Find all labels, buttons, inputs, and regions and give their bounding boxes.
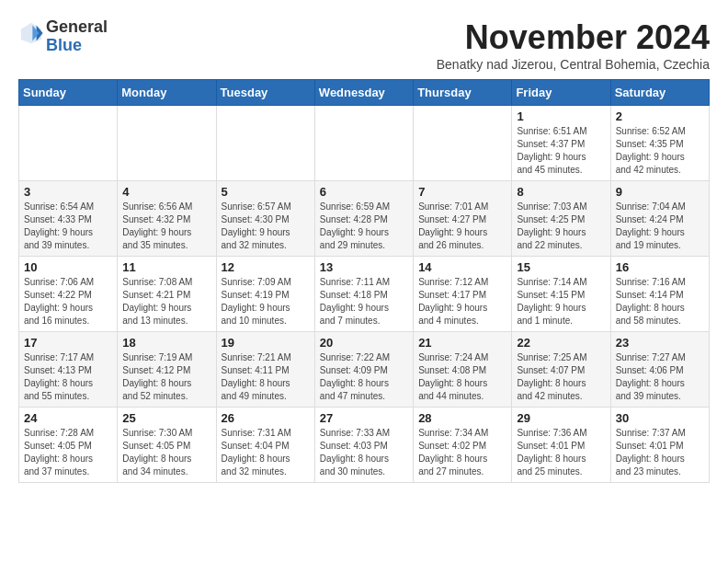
calendar-cell: 15Sunrise: 7:14 AM Sunset: 4:15 PM Dayli… [512,257,610,332]
day-info: Sunrise: 7:28 AM Sunset: 4:05 PM Dayligh… [24,427,112,478]
calendar-cell [314,106,413,181]
day-number: 1 [517,109,605,123]
day-number: 19 [222,336,310,350]
calendar-cell: 1Sunrise: 6:51 AM Sunset: 4:37 PM Daylig… [512,106,610,181]
calendar-cell: 28Sunrise: 7:34 AM Sunset: 4:02 PM Dayli… [414,408,512,483]
day-number: 17 [24,336,112,350]
calendar-cell [414,106,512,181]
day-number: 3 [24,185,112,199]
calendar-cell: 13Sunrise: 7:11 AM Sunset: 4:18 PM Dayli… [314,257,413,332]
calendar-cell [216,106,314,181]
calendar-cell: 8Sunrise: 7:03 AM Sunset: 4:25 PM Daylig… [512,181,610,257]
calendar-cell: 10Sunrise: 7:06 AM Sunset: 4:22 PM Dayli… [19,257,118,332]
column-header-wednesday: Wednesday [314,80,413,106]
day-info: Sunrise: 6:56 AM Sunset: 4:32 PM Dayligh… [122,201,210,252]
calendar-cell: 11Sunrise: 7:08 AM Sunset: 4:21 PM Dayli… [118,257,216,332]
day-number: 16 [616,260,704,274]
page-header: General Blue November 2024 Benatky nad J… [18,18,710,72]
column-header-saturday: Saturday [610,80,709,106]
calendar-cell: 20Sunrise: 7:22 AM Sunset: 4:09 PM Dayli… [314,332,413,408]
day-info: Sunrise: 7:14 AM Sunset: 4:15 PM Dayligh… [517,276,605,327]
calendar-cell: 9Sunrise: 7:04 AM Sunset: 4:24 PM Daylig… [610,181,709,257]
calendar-cell: 17Sunrise: 7:17 AM Sunset: 4:13 PM Dayli… [19,332,118,408]
calendar-week-4: 17Sunrise: 7:17 AM Sunset: 4:13 PM Dayli… [19,332,710,408]
calendar-cell [118,106,216,181]
column-header-sunday: Sunday [19,80,118,106]
day-info: Sunrise: 6:57 AM Sunset: 4:30 PM Dayligh… [222,201,310,252]
day-info: Sunrise: 7:11 AM Sunset: 4:18 PM Dayligh… [320,276,408,327]
logo-general-text: General [46,18,108,37]
day-number: 27 [320,411,408,425]
calendar-cell: 30Sunrise: 7:37 AM Sunset: 4:01 PM Dayli… [610,408,709,483]
day-info: Sunrise: 7:22 AM Sunset: 4:09 PM Dayligh… [320,351,408,403]
calendar-cell: 26Sunrise: 7:31 AM Sunset: 4:04 PM Dayli… [216,408,314,483]
day-info: Sunrise: 7:33 AM Sunset: 4:03 PM Dayligh… [320,427,408,478]
calendar-cell: 22Sunrise: 7:25 AM Sunset: 4:07 PM Dayli… [512,332,610,408]
day-info: Sunrise: 7:30 AM Sunset: 4:05 PM Dayligh… [122,427,210,478]
day-info: Sunrise: 7:21 AM Sunset: 4:11 PM Dayligh… [222,351,310,403]
day-number: 2 [616,109,704,123]
logo-icon [18,20,44,46]
day-info: Sunrise: 6:51 AM Sunset: 4:37 PM Dayligh… [517,125,605,177]
calendar-cell: 24Sunrise: 7:28 AM Sunset: 4:05 PM Dayli… [19,408,118,483]
calendar-table: SundayMondayTuesdayWednesdayThursdayFrid… [18,79,710,483]
day-number: 10 [24,260,112,274]
day-info: Sunrise: 7:27 AM Sunset: 4:06 PM Dayligh… [616,351,704,403]
day-number: 23 [616,336,704,350]
day-info: Sunrise: 7:34 AM Sunset: 4:02 PM Dayligh… [418,427,506,478]
day-info: Sunrise: 6:59 AM Sunset: 4:28 PM Dayligh… [320,201,408,252]
logo-blue-text: Blue [46,37,108,55]
day-number: 12 [222,260,310,274]
day-number: 14 [418,260,506,274]
day-number: 22 [517,336,605,350]
day-number: 26 [222,411,310,425]
day-info: Sunrise: 7:19 AM Sunset: 4:12 PM Dayligh… [122,351,210,403]
day-info: Sunrise: 7:01 AM Sunset: 4:27 PM Dayligh… [418,201,506,252]
day-number: 15 [517,260,605,274]
day-info: Sunrise: 7:17 AM Sunset: 4:13 PM Dayligh… [24,351,112,403]
calendar-cell: 12Sunrise: 7:09 AM Sunset: 4:19 PM Dayli… [216,257,314,332]
day-info: Sunrise: 7:25 AM Sunset: 4:07 PM Dayligh… [517,351,605,403]
calendar-cell [19,106,118,181]
day-number: 30 [616,411,704,425]
day-info: Sunrise: 7:37 AM Sunset: 4:01 PM Dayligh… [616,427,704,478]
day-info: Sunrise: 7:12 AM Sunset: 4:17 PM Dayligh… [418,276,506,327]
calendar-cell: 2Sunrise: 6:52 AM Sunset: 4:35 PM Daylig… [610,106,709,181]
day-number: 21 [418,336,506,350]
day-info: Sunrise: 7:06 AM Sunset: 4:22 PM Dayligh… [24,276,112,327]
day-number: 5 [222,185,310,199]
day-number: 25 [122,411,210,425]
day-number: 29 [517,411,605,425]
day-number: 24 [24,411,112,425]
calendar-week-3: 10Sunrise: 7:06 AM Sunset: 4:22 PM Dayli… [19,257,710,332]
calendar-cell: 18Sunrise: 7:19 AM Sunset: 4:12 PM Dayli… [118,332,216,408]
day-number: 13 [320,260,408,274]
calendar-cell: 29Sunrise: 7:36 AM Sunset: 4:01 PM Dayli… [512,408,610,483]
day-number: 20 [320,336,408,350]
day-info: Sunrise: 7:08 AM Sunset: 4:21 PM Dayligh… [122,276,210,327]
day-info: Sunrise: 7:16 AM Sunset: 4:14 PM Dayligh… [616,276,704,327]
calendar-cell: 4Sunrise: 6:56 AM Sunset: 4:32 PM Daylig… [118,181,216,257]
day-info: Sunrise: 7:03 AM Sunset: 4:25 PM Dayligh… [517,201,605,252]
column-header-monday: Monday [118,80,216,106]
calendar-cell: 14Sunrise: 7:12 AM Sunset: 4:17 PM Dayli… [414,257,512,332]
calendar-week-1: 1Sunrise: 6:51 AM Sunset: 4:37 PM Daylig… [19,106,710,181]
calendar-header-row: SundayMondayTuesdayWednesdayThursdayFrid… [19,80,710,106]
day-info: Sunrise: 7:09 AM Sunset: 4:19 PM Dayligh… [222,276,310,327]
calendar-week-2: 3Sunrise: 6:54 AM Sunset: 4:33 PM Daylig… [19,181,710,257]
day-info: Sunrise: 7:04 AM Sunset: 4:24 PM Dayligh… [616,201,704,252]
calendar-cell: 16Sunrise: 7:16 AM Sunset: 4:14 PM Dayli… [610,257,709,332]
calendar-week-5: 24Sunrise: 7:28 AM Sunset: 4:05 PM Dayli… [19,408,710,483]
day-number: 18 [122,336,210,350]
calendar-cell: 21Sunrise: 7:24 AM Sunset: 4:08 PM Dayli… [414,332,512,408]
column-header-friday: Friday [512,80,610,106]
calendar-cell: 25Sunrise: 7:30 AM Sunset: 4:05 PM Dayli… [118,408,216,483]
day-info: Sunrise: 7:31 AM Sunset: 4:04 PM Dayligh… [222,427,310,478]
location-subtitle: Benatky nad Jizerou, Central Bohemia, Cz… [437,57,710,72]
column-header-tuesday: Tuesday [216,80,314,106]
day-info: Sunrise: 7:36 AM Sunset: 4:01 PM Dayligh… [517,427,605,478]
calendar-cell: 19Sunrise: 7:21 AM Sunset: 4:11 PM Dayli… [216,332,314,408]
calendar-cell: 23Sunrise: 7:27 AM Sunset: 4:06 PM Dayli… [610,332,709,408]
day-info: Sunrise: 6:52 AM Sunset: 4:35 PM Dayligh… [616,125,704,177]
day-number: 7 [418,185,506,199]
